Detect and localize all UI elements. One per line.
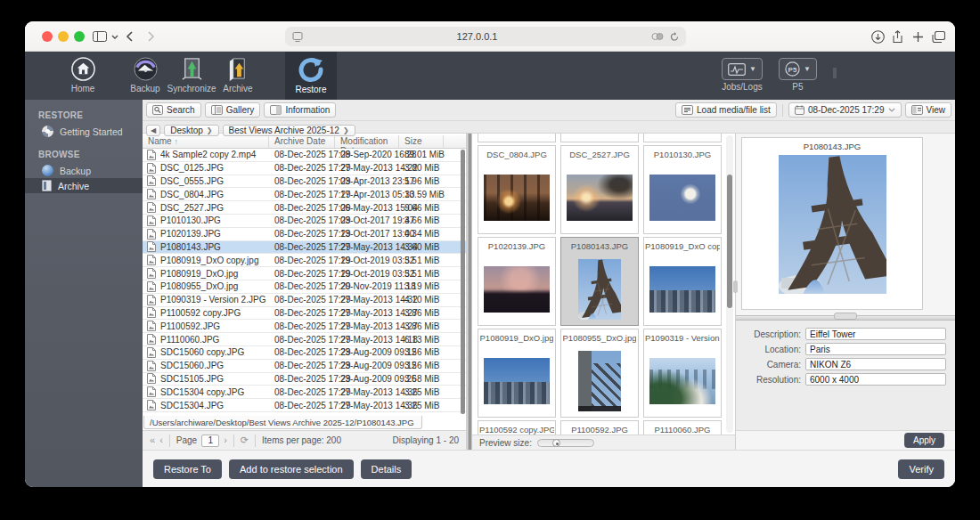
- preview-card[interactable]: P1080143.JPG: [741, 137, 923, 310]
- verify-button[interactable]: Verify: [898, 459, 944, 479]
- table-row[interactable]: 4k Sample2 copy 2.mp4 08-Dec-2025 17:29 …: [143, 149, 466, 162]
- sidebar-item-backup[interactable]: Backup: [25, 163, 143, 178]
- camera-field[interactable]: [805, 358, 946, 370]
- apply-button[interactable]: Apply: [904, 433, 944, 448]
- resolution-field[interactable]: [805, 373, 946, 386]
- table-row[interactable]: P1100592 copy.JPG 08-Dec-2025 17:29 27-M…: [143, 307, 466, 321]
- nav-backup[interactable]: Backup: [119, 52, 171, 100]
- tab-overview-button[interactable]: [932, 27, 945, 46]
- add-to-restore-selection-button[interactable]: Add to restore selection: [229, 459, 354, 479]
- table-row[interactable]: P1100592.JPG 08-Dec-2025 17:29 27-May-20…: [143, 320, 466, 333]
- table-row[interactable]: SDC15060 copy.JPG 08-Dec-2025 17:29 23-A…: [143, 346, 466, 360]
- column-header-size[interactable]: Size: [399, 135, 444, 148]
- location-field[interactable]: [805, 343, 946, 355]
- table-row[interactable]: P1080955_DxO.jpg 08-Dec-2025 17:29 20-No…: [143, 280, 466, 294]
- minimize-window-button[interactable]: [58, 31, 69, 42]
- breadcrumb-item-archive-folder[interactable]: Best Views Archive 2025-12 ❯: [223, 125, 355, 136]
- gallery-item[interactable]: P1080143.JPG: [560, 237, 639, 326]
- search-tab-button[interactable]: Search: [146, 102, 201, 118]
- breadcrumb: ◀ Desktop ❯ Best Views Archive 2025-12 ❯: [143, 121, 955, 134]
- page-input[interactable]: [201, 435, 219, 447]
- sidebar-toggle-button[interactable]: [93, 27, 118, 46]
- gallery-item[interactable]: P1110060.JPG: [643, 420, 722, 435]
- back-button[interactable]: [126, 27, 133, 46]
- table-row[interactable]: DSC_2527.JPG 08-Dec-2025 17:29 06-May-20…: [143, 201, 466, 215]
- splitter-grip[interactable]: [834, 313, 857, 320]
- table-row[interactable]: SDC15304 copy.JPG 08-Dec-2025 17:29 27-M…: [143, 386, 466, 399]
- nav-restore[interactable]: Restore: [285, 52, 337, 100]
- selected-file-path: /Users/archiware/Desktop/Best Views Arch…: [143, 416, 422, 429]
- gallery-item-label: P1100592.JPG: [571, 421, 628, 435]
- gallery-item[interactable]: P1010130.JPG: [643, 145, 722, 234]
- load-media-button[interactable]: Load media/file list: [675, 102, 777, 118]
- gallery-scrollbar[interactable]: [726, 135, 733, 433]
- privacy-report-icon[interactable]: [651, 32, 665, 41]
- share-button[interactable]: [892, 27, 903, 46]
- address-bar[interactable]: 127.0.0.1: [285, 27, 686, 46]
- gallery-item[interactable]: P1100592 copy.JPG: [478, 420, 556, 435]
- sidebar-item-archive[interactable]: Archive: [25, 178, 143, 193]
- first-page-button[interactable]: «: [150, 435, 155, 445]
- new-tab-button[interactable]: [912, 27, 924, 46]
- description-field[interactable]: [805, 328, 946, 340]
- table-row[interactable]: P1080919_DxO.jpg 08-Dec-2025 17:29 19-Oc…: [143, 267, 466, 280]
- table-row[interactable]: SDC15060.JPG 08-Dec-2025 17:29 23-Aug-20…: [143, 360, 466, 373]
- nav-synchronize[interactable]: Synchronize: [166, 52, 217, 100]
- gallery-item[interactable]: DSC_2527.JPG: [560, 145, 639, 234]
- table-scrollbar[interactable]: [461, 150, 465, 414]
- breadcrumb-item-desktop[interactable]: Desktop ❯: [164, 125, 218, 136]
- breadcrumb-back-button[interactable]: ◀: [146, 125, 160, 136]
- jobs-logs-button[interactable]: ▼: [722, 58, 763, 80]
- zoom-window-button[interactable]: [74, 31, 85, 42]
- table-row[interactable]: SDC15105.JPG 08-Dec-2025 17:29 23-Aug-20…: [143, 373, 466, 386]
- table-row[interactable]: P1080143.JPG 08-Dec-2025 17:29 27-May-20…: [143, 241, 466, 255]
- restore-to-button[interactable]: Restore To: [153, 459, 222, 479]
- table-row[interactable]: P1080919_DxO copy.jpg 08-Dec-2025 17:29 …: [143, 254, 466, 267]
- gallery-item[interactable]: P1020139.JPG: [478, 237, 556, 326]
- file-size: 3.56 MiB: [399, 361, 444, 370]
- gallery-item[interactable]: P1090319 - Version 2.JPG: [643, 329, 722, 418]
- nav-archive[interactable]: Archive: [212, 52, 264, 100]
- gallery-thumbnail: [644, 253, 721, 325]
- reload-icon[interactable]: [670, 32, 679, 42]
- forward-button[interactable]: [148, 27, 155, 46]
- page-format-icon: [292, 32, 303, 42]
- plus-icon: [912, 31, 924, 43]
- gallery-scrollbar-thumb[interactable]: [727, 175, 732, 308]
- gallery-item[interactable]: P1080919_DxO copy.jpg: [643, 237, 722, 326]
- downloads-button[interactable]: [871, 27, 885, 46]
- gallery-item[interactable]: P1080955_DxO.jpg: [560, 329, 639, 418]
- table-row[interactable]: DSC_0804.JPG 08-Dec-2025 17:29 17-Apr-20…: [143, 188, 466, 201]
- refresh-button[interactable]: ⟳: [241, 435, 249, 445]
- nav-home[interactable]: Home: [57, 52, 109, 100]
- preview-size-slider[interactable]: [537, 439, 594, 447]
- view-button[interactable]: View: [905, 102, 952, 118]
- table-row[interactable]: DSC_0555.JPG 08-Dec-2025 17:29 03-Apr-20…: [143, 175, 466, 189]
- table-row[interactable]: P1020139.JPG 08-Dec-2025 17:29 13-Oct-20…: [143, 228, 466, 241]
- close-window-button[interactable]: [42, 31, 53, 42]
- column-header-modification-date[interactable]: Modification Date: [335, 135, 399, 148]
- next-page-button[interactable]: ›: [224, 435, 227, 445]
- table-row[interactable]: P1010130.JPG 08-Dec-2025 17:29 03-Oct-20…: [143, 215, 466, 228]
- gallery-item[interactable]: P1080919_DxO.jpg: [478, 329, 556, 418]
- snapshot-date-select[interactable]: 08-Dec-2025 17:29: [788, 102, 902, 118]
- pane-resize-handle[interactable]: [733, 280, 738, 293]
- table-row[interactable]: P1090319 - Version 2.JPG 08-Dec-2025 17:…: [143, 294, 466, 307]
- gallery-tab-button[interactable]: Gallery: [205, 102, 261, 118]
- information-tab-button[interactable]: Information: [264, 102, 336, 118]
- table-row[interactable]: SDC15304.JPG 08-Dec-2025 17:29 27-May-20…: [143, 399, 466, 412]
- table-row[interactable]: DSC_0125.JPG 08-Dec-2025 17:29 27-May-20…: [143, 162, 466, 175]
- sidebar-item-label: Getting Started: [60, 126, 123, 137]
- preview-form-splitter[interactable]: [736, 315, 955, 321]
- gallery-item[interactable]: P1100592.JPG: [560, 420, 639, 435]
- slider-thumb[interactable]: [552, 439, 560, 447]
- image-file-icon: [147, 241, 156, 252]
- column-header-name[interactable]: Name ↑: [143, 135, 269, 148]
- prev-page-button[interactable]: ‹: [159, 435, 163, 445]
- gallery-item[interactable]: DSC_0804.JPG: [478, 145, 556, 234]
- table-row[interactable]: P1110060.JPG 08-Dec-2025 17:29 27-May-20…: [143, 333, 466, 346]
- p5-menu-button[interactable]: P5 ▼: [779, 58, 817, 80]
- sidebar-item-getting-started[interactable]: Getting Started: [25, 124, 143, 139]
- column-header-archive-date[interactable]: Archive Date: [269, 135, 335, 148]
- details-button[interactable]: Details: [361, 459, 412, 479]
